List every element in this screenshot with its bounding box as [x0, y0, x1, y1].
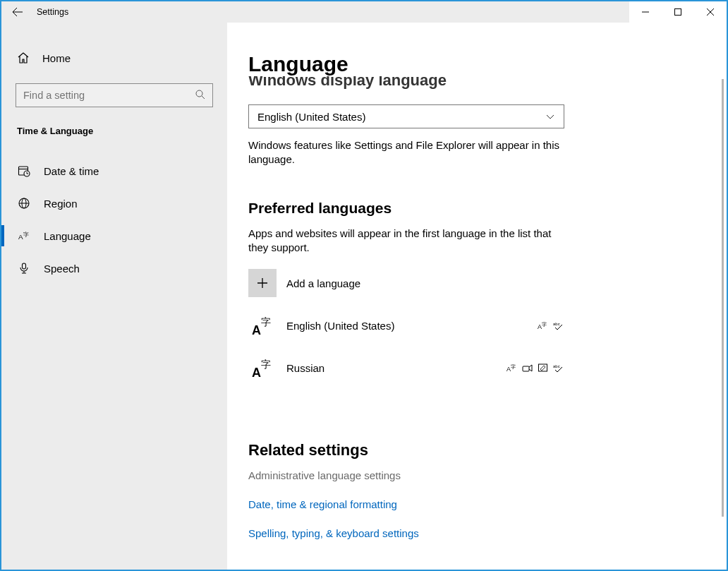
page-title: Language	[248, 52, 705, 76]
display-pack-icon: A字	[538, 320, 549, 330]
home-nav[interactable]: Home	[1, 44, 227, 72]
preferred-languages-description: Apps and websites will appear in the fir…	[248, 227, 573, 256]
search-icon	[195, 89, 206, 100]
svg-text:字: 字	[511, 364, 516, 369]
sidebar-item-label: Region	[44, 198, 78, 210]
display-language-selected: English (United States)	[257, 111, 365, 123]
language-icon: A字	[17, 229, 31, 243]
svg-rect-12	[23, 263, 26, 269]
svg-text:abc: abc	[553, 364, 560, 368]
microphone-icon	[17, 261, 31, 275]
display-language-description: Windows features like Settings and File …	[248, 138, 573, 167]
svg-text:A: A	[252, 323, 261, 337]
search-input[interactable]	[16, 83, 213, 107]
sidebar-nav: Date & time Region A字 Language	[1, 155, 227, 284]
administrative-language-link[interactable]: Administrative language settings	[248, 469, 705, 481]
language-name: Russian	[286, 362, 506, 374]
text-to-speech-icon	[522, 363, 533, 373]
spelling-typing-keyboard-link[interactable]: Spelling, typing, & keyboard settings	[248, 527, 705, 539]
display-heading-cut: Windows display language	[248, 76, 705, 93]
spellcheck-icon: abc	[553, 363, 564, 373]
globe-icon	[17, 196, 31, 210]
sidebar-item-label: Date & time	[44, 165, 99, 177]
svg-rect-22	[523, 366, 529, 371]
display-pack-icon: A字	[506, 363, 518, 373]
maximize-icon	[674, 8, 682, 16]
add-language-label: Add a language	[286, 277, 360, 289]
back-button[interactable]	[1, 1, 34, 23]
language-glyph-icon: A字	[248, 311, 277, 339]
language-feature-icons: A字 abc	[538, 320, 564, 330]
sidebar-item-label: Speech	[44, 263, 80, 275]
display-language-dropdown[interactable]: English (United States)	[248, 104, 564, 128]
window-controls	[629, 1, 727, 23]
sidebar-item-language[interactable]: A字 Language	[1, 220, 227, 252]
minimize-button[interactable]	[629, 1, 662, 23]
calendar-clock-icon	[17, 164, 31, 178]
main-content: Language Windows display language Englis…	[227, 23, 727, 570]
title-bar: Settings	[1, 1, 727, 23]
spellcheck-icon: abc	[553, 320, 564, 330]
scrollbar-thumb[interactable]	[722, 79, 724, 517]
sidebar-item-date-time[interactable]: Date & time	[1, 155, 227, 187]
svg-rect-1	[675, 9, 681, 16]
svg-text:abc: abc	[553, 322, 560, 326]
window-title: Settings	[37, 7, 68, 17]
sidebar: Home Time & Language Date & time	[1, 23, 227, 570]
svg-line-3	[202, 96, 205, 99]
language-glyph-icon: A字	[248, 354, 277, 382]
home-icon	[17, 52, 30, 64]
svg-text:字: 字	[261, 316, 271, 327]
add-language-row[interactable]: Add a language	[248, 269, 705, 297]
language-feature-icons: A字 abc	[506, 363, 564, 373]
handwriting-icon	[538, 363, 549, 373]
display-language-heading: Windows display language	[248, 76, 447, 90]
plus-icon	[255, 276, 269, 290]
maximize-button[interactable]	[662, 1, 694, 23]
language-name: English (United States)	[286, 320, 538, 332]
chevron-down-icon	[545, 112, 555, 121]
svg-text:A: A	[18, 233, 23, 241]
preferred-languages-heading: Preferred languages	[248, 200, 705, 217]
sidebar-item-region[interactable]: Region	[1, 187, 227, 220]
window-body: Home Time & Language Date & time	[1, 23, 727, 570]
svg-text:字: 字	[261, 359, 271, 370]
sidebar-item-speech[interactable]: Speech	[1, 252, 227, 284]
sidebar-category: Time & Language	[1, 113, 227, 142]
add-language-button[interactable]	[248, 269, 277, 297]
main-inner: Language Windows display language Englis…	[227, 52, 727, 539]
svg-point-2	[196, 90, 202, 97]
home-label: Home	[42, 52, 71, 64]
minimize-icon	[641, 8, 650, 16]
language-item[interactable]: A字 English (United States) A字 abc	[248, 311, 564, 339]
svg-text:A: A	[252, 366, 261, 380]
close-icon	[706, 8, 715, 16]
date-time-regional-link[interactable]: Date, time & regional formatting	[248, 498, 705, 510]
close-button[interactable]	[694, 1, 727, 23]
svg-rect-23	[539, 364, 547, 371]
language-item[interactable]: A字 Russian A字 abc	[248, 354, 564, 382]
svg-text:字: 字	[542, 322, 547, 327]
search-container	[16, 83, 213, 107]
arrow-left-icon	[12, 6, 23, 18]
svg-text:字: 字	[23, 232, 29, 238]
related-settings-heading: Related settings	[248, 441, 705, 459]
settings-window: Settings Home	[0, 0, 728, 571]
sidebar-item-label: Language	[44, 230, 91, 242]
